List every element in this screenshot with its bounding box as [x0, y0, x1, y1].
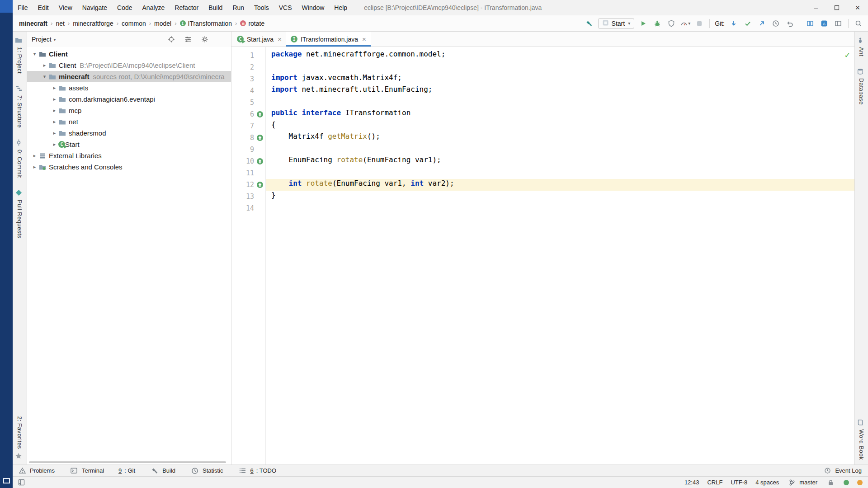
- tree-item-minecraft[interactable]: ▾minecraftsources root, D:\Xunlei\mcp940…: [27, 71, 231, 82]
- update-icon[interactable]: [729, 19, 739, 28]
- toolwindow-button-event-log[interactable]: Event Log: [822, 466, 862, 476]
- code-line-11[interactable]: [266, 167, 854, 179]
- toolwindow-button-problems[interactable]: Problems: [17, 466, 55, 476]
- commit-check-icon[interactable]: [743, 19, 753, 28]
- tool-stripe-button-7-structure[interactable]: 7: Structure: [14, 84, 25, 128]
- tool-stripe-button-1-project[interactable]: 1: Project: [14, 36, 25, 74]
- layout-icon[interactable]: [833, 19, 843, 28]
- chevron-right-icon[interactable]: ▸: [51, 141, 58, 147]
- menu-edit[interactable]: Edit: [33, 0, 54, 15]
- implemented-marker-icon[interactable]: [256, 181, 264, 189]
- tree-item-mcp[interactable]: ▸mcp: [27, 105, 231, 116]
- implemented-marker-icon[interactable]: [256, 158, 264, 165]
- breadcrumb-item-model[interactable]: model: [154, 20, 171, 27]
- maximize-button[interactable]: [826, 0, 847, 15]
- tree-item-scratches-and-consoles[interactable]: ▸Scratches and Consoles: [27, 161, 231, 173]
- compare-icon[interactable]: [805, 19, 815, 28]
- menu-vcs[interactable]: VCS: [274, 0, 297, 15]
- menu-build[interactable]: Build: [203, 0, 227, 15]
- chevron-right-icon[interactable]: ▸: [51, 119, 58, 125]
- code-line-5[interactable]: [266, 97, 854, 108]
- tab-itransformation-java[interactable]: IITransformation.java×: [286, 32, 371, 47]
- code-line-4[interactable]: import net.minecraft.util.EnumFacing;: [266, 85, 854, 97]
- profiler-icon[interactable]: ▾: [680, 19, 690, 28]
- code-line-10[interactable]: EnumFacing rotate(EnumFacing var1);: [266, 155, 854, 167]
- debug-icon[interactable]: [652, 19, 662, 28]
- chevron-down-icon[interactable]: ▾: [31, 51, 38, 57]
- code-line-6[interactable]: public interface ITransformation: [266, 108, 854, 120]
- chevron-right-icon[interactable]: ▸: [51, 96, 58, 102]
- chevron-right-icon[interactable]: ▸: [41, 62, 48, 68]
- code-line-1[interactable]: package net.minecraftforge.common.model;: [266, 50, 854, 61]
- status-item-12-43[interactable]: 12:43: [684, 479, 699, 486]
- status-item-master[interactable]: master: [787, 478, 817, 488]
- breadcrumb-item-common[interactable]: common: [122, 20, 146, 27]
- chevron-right-icon[interactable]: ▸: [31, 164, 38, 170]
- code-line-7[interactable]: {: [266, 120, 854, 132]
- stop-icon[interactable]: [694, 19, 704, 28]
- push-icon[interactable]: [757, 19, 767, 28]
- chevron-right-icon[interactable]: ▸: [31, 153, 38, 159]
- tool-stripe-button-ant[interactable]: Ant: [856, 36, 867, 56]
- tool-stripe-button-pull-requests[interactable]: Pull Requests: [14, 189, 25, 238]
- tool-stripe-button-database[interactable]: Database: [856, 67, 867, 105]
- close-icon[interactable]: ×: [278, 35, 282, 43]
- tree-item-client[interactable]: ▸ClientB:\Project\IDEA\mcp940\eclipse\Cl…: [27, 60, 231, 71]
- translate-icon[interactable]: A: [819, 19, 829, 28]
- menu-view[interactable]: View: [54, 0, 77, 15]
- menu-code[interactable]: Code: [112, 0, 137, 15]
- tree-item-start[interactable]: ▸CStart: [27, 139, 231, 150]
- chevron-down-icon[interactable]: ▾: [41, 74, 48, 80]
- code-line-2[interactable]: [266, 61, 854, 73]
- dock-logo[interactable]: [0, 0, 13, 13]
- tree-item-assets[interactable]: ▸assets: [27, 82, 231, 94]
- toolwindow-button-terminal[interactable]: Terminal: [69, 466, 104, 476]
- implemented-marker-icon[interactable]: [256, 134, 264, 142]
- tree-item-com-darkmagician6-eventapi[interactable]: ▸com.darkmagician6.eventapi: [27, 94, 231, 105]
- locate-icon[interactable]: [166, 34, 176, 44]
- tool-stripe-button-2-favorites[interactable]: 2: Favorites: [14, 416, 25, 460]
- breadcrumb-item-net[interactable]: net: [56, 20, 64, 27]
- code-line-8[interactable]: Matrix4f getMatrix();: [266, 132, 854, 144]
- chevron-right-icon[interactable]: ▸: [51, 85, 58, 91]
- breadcrumb-item-itransformation[interactable]: IITransformation: [180, 20, 232, 27]
- toolwindow-button-9-git[interactable]: 9: Git: [118, 467, 135, 474]
- status-item-lock[interactable]: [826, 478, 835, 488]
- menu-navigate[interactable]: Navigate: [77, 0, 112, 15]
- status-item-green-widget[interactable]: [844, 480, 849, 485]
- close-icon[interactable]: ×: [362, 35, 366, 43]
- toolwindow-button-statistic[interactable]: Statistic: [190, 466, 223, 476]
- hide-icon[interactable]: —: [217, 34, 226, 44]
- run-config-selector[interactable]: Start▾: [598, 18, 635, 29]
- history-icon[interactable]: [771, 19, 781, 28]
- status-item-4-spaces[interactable]: 4 spaces: [755, 479, 779, 486]
- settings-icon[interactable]: [200, 34, 210, 44]
- code-line-9[interactable]: [266, 144, 854, 155]
- code-line-13[interactable]: }: [266, 191, 854, 202]
- chevron-right-icon[interactable]: ▸: [51, 130, 58, 136]
- status-item-crlf[interactable]: CRLF: [707, 479, 722, 486]
- menu-help[interactable]: Help: [329, 0, 352, 15]
- menu-file[interactable]: File: [13, 0, 33, 15]
- horizontal-scrollbar[interactable]: [29, 461, 226, 463]
- code-line-12[interactable]: int rotate(EnumFacing var1, int var2);: [266, 179, 854, 191]
- code-area[interactable]: package net.minecraftforge.common.model;…: [266, 47, 854, 465]
- search-icon[interactable]: [854, 19, 863, 28]
- tree-item-client[interactable]: ▾Client: [27, 48, 231, 60]
- close-button[interactable]: ×: [847, 0, 868, 15]
- chevron-down-icon[interactable]: ▾: [54, 37, 56, 42]
- tree-item-shadersmod[interactable]: ▸shadersmod: [27, 127, 231, 139]
- toolwindow-button-build[interactable]: Build: [150, 466, 175, 476]
- status-item-utf-8[interactable]: UTF-8: [731, 479, 747, 486]
- status-item-orange-widget[interactable]: [857, 480, 863, 485]
- coverage-icon[interactable]: [666, 19, 676, 28]
- menu-tools[interactable]: Tools: [249, 0, 274, 15]
- chevron-right-icon[interactable]: ▸: [51, 108, 58, 113]
- menu-window[interactable]: Window: [297, 0, 330, 15]
- implemented-marker-icon[interactable]: [256, 111, 264, 118]
- menu-run[interactable]: Run: [227, 0, 249, 15]
- breadcrumb-item-minecraft[interactable]: minecraft: [19, 20, 47, 27]
- toolwindow-corner-icon[interactable]: [16, 478, 26, 488]
- play-icon[interactable]: [638, 19, 648, 28]
- menu-refactor[interactable]: Refactor: [170, 0, 203, 15]
